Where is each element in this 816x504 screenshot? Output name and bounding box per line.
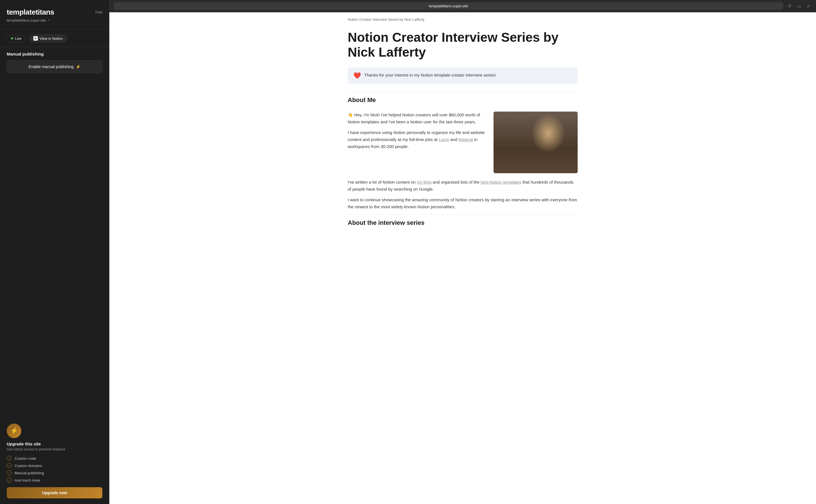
browser-bar: ↺ ▭ ⤢ xyxy=(109,0,816,12)
check-icon: ✓ xyxy=(7,478,12,483)
expand-icon[interactable]: ⤢ xyxy=(806,2,812,10)
view-notion-label: View in Notion xyxy=(40,36,63,41)
feature-list: ✓ Custom code ✓ Custom domains ✓ Manual … xyxy=(7,456,102,483)
callout-text: Thanks for your interest in my Notion te… xyxy=(364,72,496,78)
external-link-icon: ↗ xyxy=(47,19,50,22)
check-icon: ✓ xyxy=(7,456,12,461)
blog-link[interactable]: my blog xyxy=(417,180,432,184)
best-templates-link[interactable]: best Notion templates xyxy=(481,180,521,184)
live-dot xyxy=(11,37,13,40)
device-icon[interactable]: ▭ xyxy=(796,2,802,10)
check-icon: ✓ xyxy=(7,463,12,468)
divider-2 xyxy=(0,47,109,47)
magical-link[interactable]: Magical xyxy=(459,137,473,142)
feature-item-and-more: ✓ And much more xyxy=(7,478,102,483)
callout-box: ❤️ Thanks for your interest in my Notion… xyxy=(348,68,578,84)
page-main-title: Notion Creator Interview Series by Nick … xyxy=(348,30,578,60)
interview-series-heading: About the interview series xyxy=(348,214,578,226)
about-photo-image xyxy=(494,112,578,173)
about-me-grid: 👋 Hey, I'm Nick! I've helped Notion crea… xyxy=(348,112,578,173)
refresh-icon[interactable]: ↺ xyxy=(787,2,792,10)
about-text: 👋 Hey, I'm Nick! I've helped Notion crea… xyxy=(348,112,486,154)
manual-publishing-section: Manual publishing Enable manual publishi… xyxy=(0,52,109,79)
page-wrapper: Notion Creator Interview Series by Nick … xyxy=(336,12,589,243)
site-url: templatetitans.super.site ↗ xyxy=(7,18,50,22)
about-para-1: 👋 Hey, I'm Nick! I've helped Notion crea… xyxy=(348,112,486,126)
manual-publishing-heading: Manual publishing xyxy=(7,52,102,56)
page-breadcrumb: Notion Creator Interview Series by Nick … xyxy=(348,12,578,30)
upgrade-section: ⚡ Upgrade this site Get instant access t… xyxy=(0,418,109,504)
bottom-para-2: I want to continue showcasing the amazin… xyxy=(348,196,578,211)
lightning-icon: ⚡ xyxy=(76,64,80,69)
feature-item-custom-domains: ✓ Custom domains xyxy=(7,463,102,468)
enable-manual-publishing-button[interactable]: Enable manual publishing ⚡ xyxy=(7,60,102,73)
notion-icon: N xyxy=(33,36,38,41)
about-me-heading: About Me xyxy=(348,92,578,107)
browser-content: Notion Creator Interview Series by Nick … xyxy=(109,12,816,504)
status-row: Live N View in Notion xyxy=(0,32,109,47)
check-icon: ✓ xyxy=(7,470,12,475)
live-badge: Live xyxy=(7,35,26,42)
bottom-text: I've written a lot of Notion content on … xyxy=(348,179,578,211)
sidebar-header: templatetitans Free templatetitans.super… xyxy=(0,0,109,27)
about-photo xyxy=(494,112,578,173)
divider-1 xyxy=(0,29,109,29)
view-in-notion-button[interactable]: N View in Notion xyxy=(29,34,67,42)
feature-item-manual-publishing: ✓ Manual publishing xyxy=(7,470,102,475)
upgrade-icon: ⚡ xyxy=(7,424,21,438)
sidebar: templatetitans Free templatetitans.super… xyxy=(0,0,109,504)
feature-item-custom-code: ✓ Custom code xyxy=(7,456,102,461)
live-label: Live xyxy=(15,36,22,41)
upgrade-subtitle: Get instant access to premium features xyxy=(7,447,102,451)
upgrade-title: Upgrade this site xyxy=(7,441,102,446)
enable-btn-label: Enable manual publishing xyxy=(29,64,73,69)
site-title: templatetitans xyxy=(7,8,54,17)
free-badge: Free xyxy=(95,10,102,14)
about-para-2: I have experience using Notion personall… xyxy=(348,129,486,150)
loom-link[interactable]: Loom xyxy=(439,137,449,142)
upgrade-cta-button[interactable]: Upgrade now xyxy=(7,487,102,498)
bottom-para-1: I've written a lot of Notion content on … xyxy=(348,179,578,193)
url-bar[interactable] xyxy=(114,2,783,10)
browser-panel: ↺ ▭ ⤢ Notion Creator Interview Series by… xyxy=(109,0,816,504)
callout-emoji: ❤️ xyxy=(353,72,361,79)
